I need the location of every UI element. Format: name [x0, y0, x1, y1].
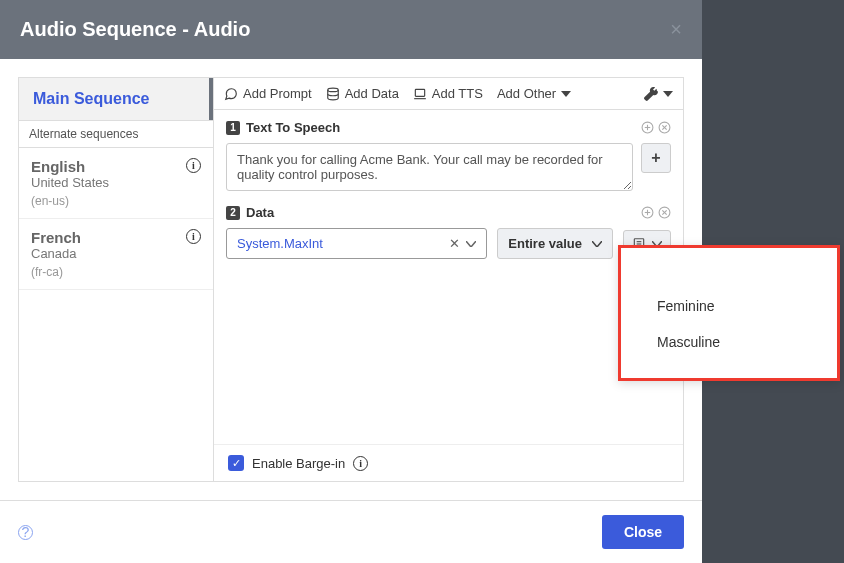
tts-section-body: + [226, 143, 671, 191]
barge-in-checkbox[interactable]: ✓ [228, 455, 244, 471]
remove-circle-icon[interactable] [658, 121, 671, 134]
database-icon [326, 87, 340, 101]
tts-section-header: 1 Text To Speech [226, 120, 671, 135]
audio-sequence-modal: Audio Sequence - Audio × Main Sequence A… [0, 0, 702, 563]
wrench-icon [644, 87, 658, 101]
modal-title: Audio Sequence - Audio [20, 18, 250, 41]
add-tts-label: Add TTS [432, 86, 483, 101]
modal-footer: ? Close [0, 500, 702, 563]
add-circle-icon[interactable] [641, 206, 654, 219]
dropdown-item-masculine[interactable]: Masculine [621, 324, 837, 360]
language-name: French [31, 229, 81, 246]
clear-icon[interactable]: ✕ [449, 236, 460, 251]
barge-in-row: ✓ Enable Barge-in i [214, 444, 683, 481]
add-other-label: Add Other [497, 86, 556, 101]
language-name: English [31, 158, 109, 175]
data-variable-value: System.MaxInt [237, 236, 449, 251]
language-code: (en-us) [31, 194, 109, 208]
content-panel: Add Prompt Add Data Add TTS Add Other [213, 77, 684, 482]
modal-header: Audio Sequence - Audio × [0, 0, 702, 59]
add-other-button[interactable]: Add Other [497, 86, 571, 101]
add-button[interactable]: + [641, 143, 671, 173]
dropdown-item-feminine[interactable]: Feminine [621, 288, 837, 324]
add-tts-button[interactable]: Add TTS [413, 86, 483, 101]
laptop-icon [413, 87, 427, 101]
data-section-header: 2 Data [226, 205, 671, 220]
section-icons [641, 206, 671, 219]
sequence-sidebar: Main Sequence Alternate sequences Englis… [18, 77, 213, 482]
data-row: System.MaxInt ✕ Entire value [226, 228, 671, 259]
section-number: 2 [226, 206, 240, 220]
data-variable-input[interactable]: System.MaxInt ✕ [226, 228, 487, 259]
chevron-down-icon [592, 241, 602, 247]
chevron-down-icon [663, 91, 673, 97]
remove-circle-icon[interactable] [658, 206, 671, 219]
entire-value-button[interactable]: Entire value [497, 228, 613, 259]
add-circle-icon[interactable] [641, 121, 654, 134]
close-icon[interactable]: × [670, 18, 682, 41]
add-data-label: Add Data [345, 86, 399, 101]
data-section-label: Data [246, 205, 274, 220]
settings-button[interactable] [644, 87, 673, 101]
help-icon[interactable]: ? [18, 525, 33, 540]
section-icons [641, 121, 671, 134]
info-icon[interactable]: i [186, 158, 201, 173]
language-text: French Canada (fr-ca) [31, 229, 81, 279]
close-button[interactable]: Close [602, 515, 684, 549]
section-number: 1 [226, 121, 240, 135]
add-prompt-label: Add Prompt [243, 86, 312, 101]
tts-section: 1 Text To Speech + [214, 110, 683, 195]
modal-body: Main Sequence Alternate sequences Englis… [0, 59, 702, 500]
language-region: Canada [31, 246, 81, 261]
info-icon[interactable]: i [353, 456, 368, 471]
info-icon[interactable]: i [186, 229, 201, 244]
language-text: English United States (en-us) [31, 158, 109, 208]
add-prompt-button[interactable]: Add Prompt [224, 86, 312, 101]
language-item-french[interactable]: French Canada (fr-ca) i [19, 219, 213, 290]
svg-rect-1 [415, 89, 424, 96]
entire-value-label: Entire value [508, 236, 582, 251]
chevron-down-icon[interactable] [466, 241, 476, 247]
language-code: (fr-ca) [31, 265, 81, 279]
tts-section-label: Text To Speech [246, 120, 340, 135]
language-item-english[interactable]: English United States (en-us) i [19, 148, 213, 219]
gender-dropdown: Feminine Masculine [618, 245, 840, 381]
main-sequence-tab[interactable]: Main Sequence [19, 78, 213, 120]
barge-in-label: Enable Barge-in [252, 456, 345, 471]
content-toolbar: Add Prompt Add Data Add TTS Add Other [214, 78, 683, 110]
data-section: 2 Data System.MaxInt ✕ [214, 195, 683, 263]
alternate-sequences-label: Alternate sequences [19, 120, 213, 148]
chevron-down-icon [561, 91, 571, 97]
language-region: United States [31, 175, 109, 190]
svg-point-0 [327, 88, 338, 92]
speech-bubble-icon [224, 87, 238, 101]
tts-textarea[interactable] [226, 143, 633, 191]
add-data-button[interactable]: Add Data [326, 86, 399, 101]
